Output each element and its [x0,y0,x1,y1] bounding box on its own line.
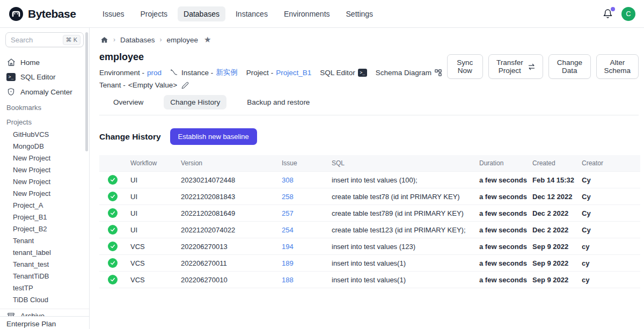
cell-sql: insert into test values (100); [327,172,475,188]
establish-baseline-button[interactable]: Establish new baseline [170,128,257,145]
change-history-table: Workflow Version Issue SQL Duration Crea… [99,155,640,288]
sidebar-item-label: SQL Editor [20,73,56,81]
sidebar-project-item[interactable]: New Project [0,187,89,199]
col-issue: Issue [277,155,327,172]
cell-creator: cy [577,272,640,288]
cell-workflow: VCS [126,255,177,272]
nav-issues[interactable]: Issues [97,6,130,21]
sidebar-scrollbar[interactable] [85,32,88,151]
issue-link[interactable]: 308 [282,176,294,184]
cell-duration: a few seconds [475,222,528,238]
col-duration: Duration [475,155,528,172]
page-title: employee [99,52,447,63]
cell-version: 20230214072448 [177,172,277,188]
cell-version: 202206270011 [177,255,277,272]
table-row[interactable]: VCS 202206270011 189 insert into test va… [99,255,640,272]
sidebar-item-sql-editor[interactable]: >_ SQL Editor [0,70,89,84]
sidebar-project-item[interactable]: Tenant_test [0,258,89,270]
schema-diagram-shortcut[interactable]: Schema Diagram [376,69,442,77]
sidebar-project-item[interactable]: TenantTiDB [0,270,89,282]
notification-badge [611,7,615,11]
sidebar-item-label: Anomaly Center [20,88,72,96]
cell-sql: insert into test values (123) [327,238,475,255]
sidebar-project-item[interactable]: Project_B1 [0,211,89,223]
sidebar-project-item[interactable]: Project_A [0,199,89,211]
edit-pencil-icon[interactable] [181,82,189,89]
issue-link[interactable]: 257 [282,209,294,217]
issue-link[interactable]: 258 [282,193,294,201]
bytebase-logo-icon [9,6,24,21]
tenant-meta-row: Tenant - <Empty Value> [99,81,447,89]
sidebar-project-item[interactable]: MongoDB [0,140,89,152]
table-header-row: Workflow Version Issue SQL Duration Crea… [99,155,640,172]
table-row[interactable]: VCS 202206270013 194 insert into test va… [99,238,640,255]
main-nav: Issues Projects Databases Instances Envi… [97,6,379,21]
sidebar-project-item[interactable]: tenant_label [0,246,89,258]
nav-instances[interactable]: Instances [230,6,274,21]
table-row[interactable]: VCS 202206270010 188 insert into test va… [99,272,640,288]
avatar[interactable]: C [621,7,635,21]
col-workflow: Workflow [126,155,177,172]
issue-link[interactable]: 194 [282,243,294,251]
brand-name: Bytebase [28,8,76,20]
sidebar-project-item[interactable]: New Project [0,176,89,187]
terminal-icon: >_ [6,73,16,81]
issue-link[interactable]: 189 [282,259,294,267]
brand[interactable]: Bytebase [9,6,97,21]
alter-schema-button[interactable]: Alter Schema [596,54,639,79]
nav-environments[interactable]: Environments [278,6,336,21]
cell-creator: Cy [577,172,640,188]
cell-creator: Cy [577,188,640,205]
cell-duration: a few seconds [475,255,528,272]
sidebar-project-item[interactable]: Project_B2 [0,223,89,235]
cell-creator: cy [577,238,640,255]
sidebar-project-item[interactable]: Tenant [0,235,89,246]
bookmark-star-icon[interactable]: ★ [204,35,211,45]
project-link[interactable]: Project_B1 [276,69,311,77]
search-input[interactable]: Search ⌘ K [5,32,84,47]
sidebar-project-item[interactable]: New Project [0,164,89,176]
table-row[interactable]: UI 20221202081649 257 create table test7… [99,205,640,222]
sql-editor-label: SQL Editor [320,69,355,77]
sync-now-button[interactable]: Sync Now [447,54,483,79]
cell-duration: a few seconds [475,205,528,222]
sidebar-project-item[interactable]: GitHubVCS [0,128,89,140]
nav-projects[interactable]: Projects [134,6,173,21]
database-actions: Sync Now Transfer Project Change Data Al… [447,54,639,79]
breadcrumb-databases[interactable]: Databases [120,36,155,44]
sidebar-project-item[interactable]: testTP [0,282,89,294]
transfer-project-label: Transfer Project [496,59,524,75]
sidebar-item-label: Home [20,59,40,67]
sidebar-item-home[interactable]: Home [0,55,89,70]
cell-created: Dec 2 2022 [528,222,577,238]
table-row[interactable]: UI 20221202074022 254 create table test1… [99,222,640,238]
issue-link[interactable]: 188 [282,276,294,284]
cell-duration: a few seconds [475,272,528,288]
sidebar-project-item[interactable]: TiDB Cloud [0,294,89,305]
table-row[interactable]: UI 20221202081843 258 create table test7… [99,188,640,205]
sidebar-project-item[interactable]: New Project [0,152,89,164]
sidebar-item-anomaly-center[interactable]: Anomaly Center [0,84,89,99]
environment-link[interactable]: prod [147,69,162,77]
cell-sql: create table test123 (id int PRIMARY KEY… [327,222,475,238]
sql-editor-shortcut[interactable]: SQL Editor >_ [320,69,367,77]
tab-backup-and-restore[interactable]: Backup and restore [240,95,316,109]
cell-version: 20221202081843 [177,188,277,205]
terminal-icon: >_ [358,69,367,77]
table-row[interactable]: UI 20230214072448 308 insert into test v… [99,172,640,188]
transfer-project-button[interactable]: Transfer Project [488,54,544,79]
database-meta-row: Environment - prod Instance - 新实例 Projec… [99,68,447,77]
col-version: Version [177,155,277,172]
breadcrumb-employee[interactable]: employee [167,36,199,44]
change-data-button[interactable]: Change Data [548,54,590,79]
notification-bell-icon[interactable] [603,9,613,19]
tab-change-history[interactable]: Change History [164,95,226,109]
nav-settings[interactable]: Settings [340,6,379,21]
issue-link[interactable]: 254 [282,226,294,234]
instance-link[interactable]: 新实例 [216,68,238,77]
cell-sql: insert into test values(1) [327,255,475,272]
tab-overview[interactable]: Overview [107,95,150,109]
nav-databases[interactable]: Databases [178,6,225,21]
search-placeholder: Search [11,36,63,44]
breadcrumb-home-icon[interactable] [100,36,108,44]
